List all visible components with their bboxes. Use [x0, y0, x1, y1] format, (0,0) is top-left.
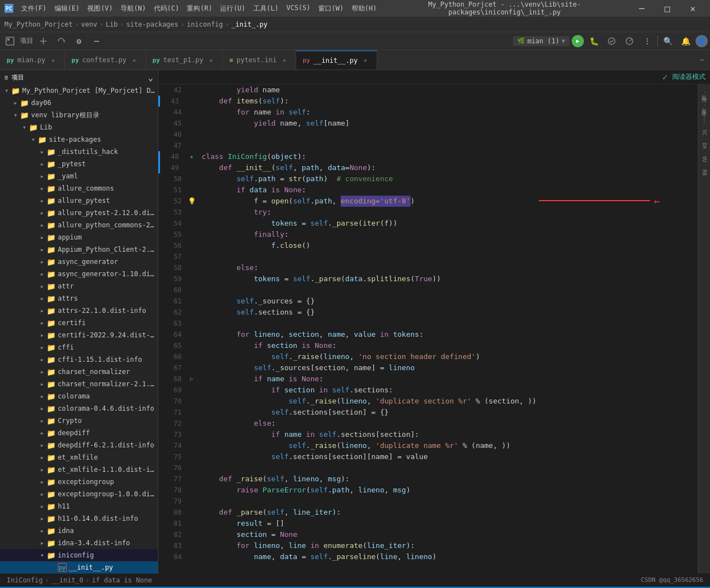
nav-project[interactable]: My_Python_Porjcet — [4, 21, 73, 28]
right-sidebar-da[interactable]: DA — [699, 140, 710, 151]
menu-vcs[interactable]: VCS(S) — [283, 3, 314, 14]
tree-allure-pytest-dist[interactable]: ▶ 📁 allure_pytest-2.12.0.dist-info — [0, 207, 158, 219]
tree-exceptiongroup[interactable]: ▶ 📁 exceptiongroup — [0, 476, 158, 488]
toolbar-collapse-btn[interactable]: ─ — [89, 34, 104, 48]
right-sidebar-new2[interactable]: 新·建 — [699, 100, 710, 111]
menu-edit[interactable]: 编辑(E) — [51, 3, 83, 14]
tree-pytest[interactable]: ▶ 📁 _pytest — [0, 158, 158, 170]
tree-allure-pytest[interactable]: ▶ 📁 allure_pytest — [0, 195, 158, 207]
tree-attrs-dist[interactable]: ▶ 📁 attrs-22.1.0.dist-info — [0, 305, 158, 317]
menu-run[interactable]: 运行(U) — [217, 3, 249, 14]
tab-conftest-close[interactable]: ✕ — [130, 56, 139, 64]
nav-venv[interactable]: venv — [81, 21, 97, 28]
tree-allure-commons[interactable]: ▶ 📁 allure_commons — [0, 182, 158, 195]
tree-venv[interactable]: ▼ 📁 venv library根目录 — [0, 109, 158, 121]
minimize-button[interactable]: ─ — [629, 0, 654, 17]
close-button[interactable]: ✕ — [680, 0, 706, 17]
nav-iniconfig[interactable]: iniconfig — [187, 21, 223, 28]
nav-init-py[interactable]: _init_.py — [232, 21, 268, 28]
menu-refactor[interactable]: 重构(R) — [183, 3, 216, 14]
tree-async-gen-dist[interactable]: ▶ 📁 async_generator-1.10.dist-inf... — [0, 268, 158, 280]
nav-site-packages[interactable]: site-packages — [126, 21, 178, 28]
tree-h11[interactable]: ▶ 📁 h11 — [0, 500, 158, 512]
tree-yaml[interactable]: ▶ 📁 _yaml — [0, 170, 158, 182]
breadcrumb-if-data[interactable]: if data is None — [92, 576, 152, 584]
toolbar-settings-btn[interactable]: ⚙ — [71, 34, 87, 48]
breadcrumb-iniconfg[interactable]: IniConfig — [7, 576, 43, 584]
menu-code[interactable]: 代码(C) — [151, 3, 183, 14]
tree-certifi-dist[interactable]: ▶ 📁 certifi-2022.9.24.dist-info — [0, 329, 158, 341]
menu-nav[interactable]: 导航(N) — [117, 3, 149, 14]
tab-init-close[interactable]: ✕ — [361, 56, 370, 65]
tree-certifi[interactable]: ▶ 📁 certifi — [0, 317, 158, 329]
toolbar-project-btn[interactable] — [2, 34, 18, 48]
maximize-button[interactable]: □ — [654, 0, 680, 17]
tree-root[interactable]: ▼ 📁 My_Python_Porjcet [My_Porjcet] DA\M.… — [0, 84, 158, 97]
tree-exceptiongroup-dist[interactable]: ▶ 📁 exceptiongroup-1.0.0.dist-in... — [0, 488, 158, 500]
tree-idna[interactable]: ▶ 📁 idna — [0, 525, 158, 537]
tree-iniconfig[interactable]: ▼ 📁 iniconfig — [0, 549, 158, 561]
tree-distutils-hack[interactable]: ▶ 📁 _distutils_hack — [0, 146, 158, 158]
tab-init-py[interactable]: py __init__.py ✕ — [296, 51, 377, 69]
tree-appium-client[interactable]: ▶ 📁 Appium_Python_Client-2.7.1... — [0, 243, 158, 256]
profile-button[interactable] — [622, 34, 637, 48]
tree-allure-python[interactable]: ▶ 📁 allure_python_commons-2.1... — [0, 219, 158, 231]
menu-help[interactable]: 帮助(H) — [348, 3, 381, 14]
ln-54: 54 — [158, 218, 182, 229]
code-lines[interactable]: yield name def items(self): for name in … — [197, 84, 698, 574]
tree-et-xmlfile-dist[interactable]: ▶ 📁 et_xmlfile-1.1.0.dist-info — [0, 464, 158, 476]
tree-charset-dist[interactable]: ▶ 📁 charset_normalizer-2.1.1.dis... — [0, 378, 158, 390]
tree-charset[interactable]: ▶ 📁 charset_normalizer — [0, 366, 158, 378]
run-button[interactable]: ▶ — [572, 35, 584, 47]
right-sidebar-new1[interactable]: 新·增 — [699, 87, 710, 98]
tabs-overflow-button[interactable]: ⋯ — [694, 51, 710, 69]
tree-site-packages[interactable]: ▼ 📁 site-packages — [0, 133, 158, 146]
breadcrumb-init0[interactable]: __init_0 — [51, 576, 83, 584]
right-sidebar-sc[interactable]: SC — [699, 127, 710, 138]
tree-idna-dist[interactable]: ▶ 📁 idna-3.4.dist-info — [0, 537, 158, 549]
reader-mode-button[interactable]: 阅读器模式 — [672, 72, 706, 82]
tree-deepdiff[interactable]: ▶ 📁 deepdiff — [0, 427, 158, 439]
window-controls[interactable]: ─ □ ✕ — [629, 0, 706, 17]
tab-pytest-ini[interactable]: ≡ pytest.ini ✕ — [223, 51, 296, 69]
menu-file[interactable]: 文件(F) — [18, 3, 50, 14]
tree-lib[interactable]: ▼ 📁 Lib — [0, 121, 158, 133]
tree-crypto[interactable]: ▶ 📁 Crypto — [0, 415, 158, 427]
tree-appium[interactable]: ▶ 📁 appium — [0, 231, 158, 243]
right-sidebar-vu[interactable]: VU — [699, 153, 710, 165]
tree-attrs[interactable]: ▶ 📁 attrs — [0, 292, 158, 305]
tree-deepdiff-dist[interactable]: ▶ 📁 deepdiff-6.2.1.dist-info — [0, 439, 158, 451]
tab-test-p1-close[interactable]: ✕ — [207, 56, 216, 64]
menu-tools[interactable]: 工具(L) — [250, 3, 282, 14]
tab-conftest[interactable]: py conftest.py ✕ — [65, 51, 146, 69]
menu-bar[interactable]: 文件(F) 编辑(E) 视图(V) 导航(N) 代码(C) 重构(R) 运行(U… — [18, 3, 380, 14]
run-config-selector[interactable]: 🌿 mian (1) ▼ — [513, 36, 569, 46]
notifications-button[interactable]: 🔔 — [678, 34, 693, 48]
tree-attr[interactable]: ▶ 📁 attr — [0, 280, 158, 292]
gutter-80 — [186, 507, 197, 518]
menu-window[interactable]: 窗口(W) — [315, 3, 347, 14]
nav-lib[interactable]: Lib — [106, 21, 118, 28]
debug-button[interactable]: 🐛 — [586, 34, 602, 48]
tab-mian-close[interactable]: ✕ — [49, 56, 58, 64]
tree-cffi[interactable]: ▶ 📁 cffi — [0, 341, 158, 353]
menu-view[interactable]: 视图(V) — [84, 3, 116, 14]
tree-colorama-dist[interactable]: ▶ 📁 colorama-0.4.6.dist-info — [0, 402, 158, 415]
tree-async-gen[interactable]: ▶ 📁 async_generator — [0, 256, 158, 268]
tree-cffi-dist[interactable]: ▶ 📁 cffi-1.15.1.dist-info — [0, 353, 158, 366]
coverage-button[interactable] — [604, 34, 619, 48]
tab-mian[interactable]: py mian.py ✕ — [0, 51, 65, 69]
tree-colorama[interactable]: ▶ 📁 colorama — [0, 390, 158, 402]
more-run-button[interactable]: ⋮ — [639, 34, 655, 48]
tree-init-py-file[interactable]: py __init__.py — [0, 561, 158, 574]
tab-test-p1[interactable]: py test_p1.py ✕ — [146, 51, 223, 69]
toolbar-add-btn[interactable] — [36, 34, 51, 48]
right-sidebar-rb[interactable]: RB — [699, 167, 710, 178]
avatar-button[interactable]: 👤 — [696, 35, 708, 47]
tree-h11-dist[interactable]: ▶ 📁 h11-0.14.0.dist-info — [0, 512, 158, 525]
toolbar-sync-btn[interactable] — [53, 34, 69, 48]
tree-day06[interactable]: ▶ 📁 day06 — [0, 97, 158, 109]
tree-et-xmlfile[interactable]: ▶ 📁 et_xmlfile — [0, 451, 158, 464]
tab-pytest-ini-close[interactable]: ✕ — [280, 56, 289, 64]
search-everywhere-button[interactable]: 🔍 — [660, 34, 676, 48]
